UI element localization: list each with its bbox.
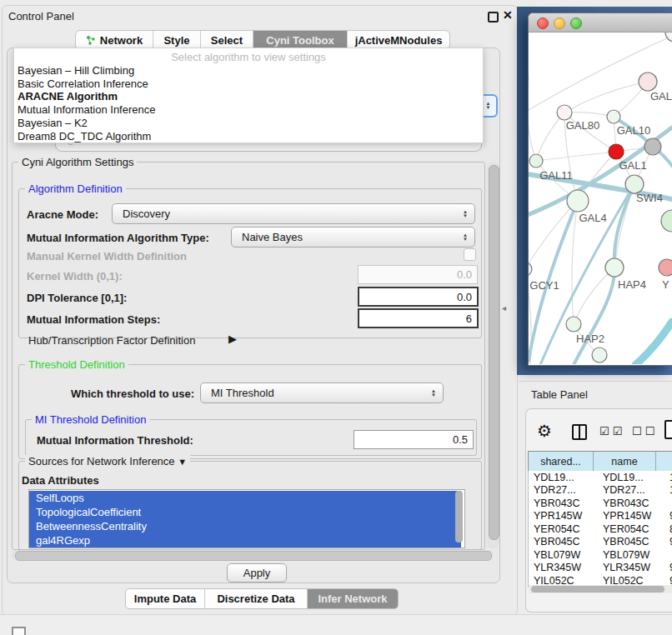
table-row[interactable]: YBR043CYBR043C <box>529 497 672 510</box>
table-row[interactable]: YER054CYER054C8. <box>529 522 672 536</box>
algorithm-option[interactable]: ARACNE Algorithm <box>18 90 476 102</box>
app-root: Control Panel ✕ Network Style Select Cyn… <box>0 0 672 635</box>
network-node-gray-node[interactable] <box>644 138 661 155</box>
tab-jactivemnodules[interactable]: jActiveMNodules <box>347 31 449 49</box>
tab-select[interactable]: Select <box>200 31 253 49</box>
tab-infer-network[interactable]: Infer Network <box>307 589 398 608</box>
network-edge <box>635 322 672 364</box>
export-table-icon[interactable] <box>664 420 672 439</box>
aracne-mode-combo[interactable]: Discovery ▲▼ <box>112 203 475 224</box>
network-edge <box>536 152 616 161</box>
network-edge <box>572 201 578 324</box>
tab-network[interactable]: Network <box>76 31 153 49</box>
tab-impute-data[interactable]: Impute Data <box>126 589 204 608</box>
network-canvas[interactable]: GALGAL80GAL10GAL1GAL11SWI4GAL4GCY1HAP4YH… <box>529 32 672 364</box>
close-icon[interactable]: ✕ <box>503 8 513 22</box>
minimize-traffic-light[interactable] <box>554 18 565 29</box>
zoom-traffic-light[interactable] <box>570 18 582 29</box>
network-node-GAL10[interactable] <box>607 110 620 123</box>
mi-steps-field[interactable]: 6 <box>358 308 479 328</box>
table-column-header[interactable]: A <box>656 452 672 471</box>
expanded-arrow-icon: ▼ <box>178 457 187 467</box>
network-node-GCY1[interactable] <box>529 262 532 276</box>
network-node-bottom-partial[interactable] <box>592 348 607 362</box>
network-node-label: GAL4 <box>579 212 606 224</box>
network-node-label: HAP4 <box>618 278 646 291</box>
mi-algorithm-type-combo[interactable]: Naive Bayes ▲▼ <box>231 227 475 248</box>
apply-button[interactable]: Apply <box>227 563 287 582</box>
network-node-partial-top[interactable] <box>665 32 672 42</box>
bottom-tabbar: Impute Data Discretize Data Infer Networ… <box>125 588 399 609</box>
table-header-row: shared...nameA <box>528 451 672 472</box>
table-row[interactable]: YDL19...YDL19...13 <box>529 471 672 484</box>
network-node-GAL11[interactable] <box>529 154 543 168</box>
algorithm-option[interactable]: Basic Correlation Inference <box>18 78 476 90</box>
select-all-columns-icon[interactable]: ☑☑ <box>599 425 625 438</box>
stepper-icons: ▲▼ <box>431 389 436 398</box>
tab-cyni-toolbox[interactable]: Cyni Toolbox <box>253 31 347 49</box>
data-attribute-item[interactable]: BetweennessCentrality <box>29 519 461 533</box>
network-node-gal-partial[interactable] <box>639 72 657 91</box>
gear-icon[interactable]: ⚙ <box>537 421 552 441</box>
settings-horizontal-scrollbar-thumb[interactable] <box>15 551 492 561</box>
table-cell: YPR145W <box>598 510 664 523</box>
table-row[interactable]: YDR27...YDR27...12 <box>529 484 672 498</box>
mi-threshold-field[interactable]: 0.5 <box>354 430 474 449</box>
network-node-salmon-node[interactable] <box>659 259 672 276</box>
table-row[interactable]: YBL079WYBL079W <box>529 548 672 562</box>
kernel-width-field[interactable]: 0.0 <box>358 265 478 284</box>
data-attribute-item[interactable]: gal4RGexp <box>29 533 461 548</box>
hub-definition-label[interactable]: Hub/Transcription Factor Definition <box>28 334 195 347</box>
algorithm-option[interactable]: Mutual Information Inference <box>18 103 476 116</box>
control-panel-title: Control Panel <box>8 10 74 22</box>
data-attribute-item[interactable]: SelfLoops <box>29 491 461 505</box>
tab-discretize-data[interactable]: Discretize Data <box>204 589 307 608</box>
mi-algorithm-type-label: Mutual Information Algorithm Type: <box>27 232 209 244</box>
table-cell: YBR045C <box>529 536 598 549</box>
table-row[interactable]: YLR345WYLR345W9. <box>529 562 672 575</box>
column-layout-icon[interactable] <box>572 424 587 440</box>
manual-kernel-width-checkbox[interactable] <box>464 248 476 261</box>
deselect-all-columns-icon[interactable]: ☐☐ <box>632 425 658 438</box>
table-cell: YBL079W <box>529 548 598 562</box>
dpi-tolerance-label: DPI Tolerance [0,1]: <box>27 292 127 304</box>
network-node-GAL4[interactable] <box>567 190 589 212</box>
table-cell: 13 <box>664 471 672 484</box>
network-node-HAP2[interactable] <box>566 317 581 332</box>
algorithm-option[interactable]: Dream8 DC_TDC Algorithm <box>18 130 476 142</box>
network-node-label: GAL <box>650 90 672 102</box>
collapsed-arrow-icon[interactable]: ▶ <box>228 332 237 345</box>
table-row[interactable]: YBR045CYBR045C9. <box>529 536 672 549</box>
sources-title[interactable]: Sources for Network Inference ▼ <box>25 455 190 468</box>
data-attributes-list[interactable]: SelfLoopsTopologicalCoefficientBetweenne… <box>28 489 465 548</box>
network-node-SWI4[interactable] <box>625 175 644 193</box>
which-threshold-combo[interactable]: MI Threshold ▲▼ <box>200 382 444 403</box>
network-node-HAP4[interactable] <box>605 258 624 277</box>
network-window-titlebar[interactable] <box>529 13 672 32</box>
network-node-green-right[interactable] <box>661 210 672 232</box>
close-traffic-light[interactable] <box>537 18 549 29</box>
table-column-header[interactable]: name <box>594 452 656 471</box>
table-cell: 9. <box>664 536 672 549</box>
table-column-header[interactable]: shared... <box>529 452 594 471</box>
data-attribute-item[interactable]: TopologicalCoefficient <box>29 505 461 519</box>
kernel-width-label: Kernel Width (0,1): <box>27 270 123 282</box>
table-cell: YLR345W <box>598 562 664 575</box>
network-node-GAL80[interactable] <box>557 105 572 120</box>
algorithm-option[interactable]: Bayesian – K2 <box>18 117 476 129</box>
settings-vertical-scrollbar-thumb[interactable] <box>489 165 499 540</box>
floating-panel-icon[interactable] <box>12 627 26 635</box>
dpi-tolerance-field[interactable]: 0.0 <box>358 287 479 307</box>
data-attributes-scrollbar[interactable] <box>455 491 463 542</box>
cyni-algorithm-settings-title: Cyni Algorithm Settings <box>18 156 137 168</box>
splitter-collapse-icon[interactable]: ◂ <box>502 303 506 312</box>
table-horizontal-scrollbar-thumb[interactable] <box>531 586 664 592</box>
float-panel-icon[interactable] <box>488 12 499 22</box>
table-row[interactable]: YPR145WYPR145W9. <box>529 510 672 523</box>
network-node-GAL1[interactable] <box>609 144 624 159</box>
algorithm-option[interactable]: Bayesian – Hill Climbing <box>18 64 476 77</box>
network-node-label: HAP2 <box>576 332 604 345</box>
table-cell: YER054C <box>598 522 664 536</box>
tab-style[interactable]: Style <box>153 31 200 49</box>
table-cell: YBL079W <box>598 548 664 562</box>
